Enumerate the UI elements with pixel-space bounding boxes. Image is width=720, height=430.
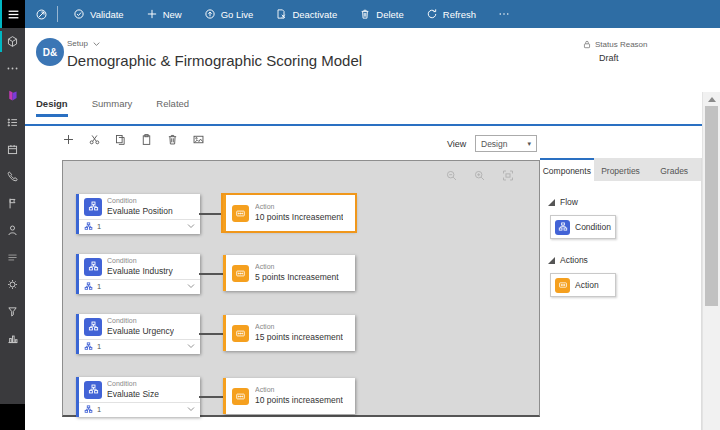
condition-icon: [555, 220, 570, 235]
condition-node-evaluate-urgency[interactable]: Condition Evaluate Urgency 1: [76, 314, 200, 354]
sidebar-item-phone[interactable]: [0, 163, 25, 190]
branch-icon: [84, 222, 93, 231]
sidebar-item-chart[interactable]: [0, 325, 25, 352]
cut-button[interactable]: [88, 133, 101, 146]
deactivate-button[interactable]: Deactivate: [264, 0, 348, 28]
canvas-zoom-controls: [445, 169, 515, 182]
form-selector-label: Setup: [67, 39, 88, 48]
tab-summary[interactable]: Summary: [92, 98, 133, 117]
go-live-label: Go Live: [221, 9, 254, 20]
branch-count: 1: [97, 222, 101, 231]
sidebar-item-sales-hub[interactable]: [0, 28, 25, 55]
sales-hub-icon: [6, 35, 19, 48]
branch-icon: [84, 342, 93, 351]
go-live-button[interactable]: Go Live: [193, 0, 265, 28]
page-title: Demographic & Firmographic Scoring Model: [67, 52, 362, 69]
sidebar-item-menu-lines[interactable]: [0, 244, 25, 271]
node-type-label: Action: [255, 386, 343, 395]
sidebar-item-list[interactable]: [0, 109, 25, 136]
validate-button[interactable]: Validate: [62, 0, 135, 28]
filter-icon: [6, 305, 19, 318]
zoom-out-icon[interactable]: [445, 169, 458, 182]
node-type-label: Condition: [107, 380, 159, 389]
condition-node-evaluate-industry[interactable]: Condition Evaluate Industry 1: [76, 254, 200, 294]
branch-count: 1: [97, 405, 101, 414]
action-node-10-points[interactable]: Action 10 points Increasement: [223, 195, 355, 231]
sidebar-item-filter[interactable]: [0, 298, 25, 325]
zoom-in-icon[interactable]: [473, 169, 486, 182]
app-sidebar: [0, 0, 25, 430]
header-divider: [25, 124, 702, 126]
sidebar-item-dynamics[interactable]: [0, 82, 25, 109]
design-canvas[interactable]: Condition Evaluate Position 1 Action 10 …: [62, 160, 540, 417]
scrollbar-thumb[interactable]: [705, 106, 718, 306]
component-condition-label: Condition: [575, 222, 611, 232]
delete-node-button[interactable]: [166, 133, 179, 146]
more-commands-button[interactable]: [487, 0, 521, 28]
node-name: 10 points Increasement: [255, 212, 343, 223]
node-connector: [199, 396, 223, 398]
delete-label: Delete: [376, 9, 403, 20]
sidebar-item-settings[interactable]: [0, 271, 25, 298]
action-node-10-points-size[interactable]: Action 10 points increasement: [223, 378, 355, 414]
component-action-label: Action: [575, 280, 599, 290]
node-name: 5 points Increasement: [255, 272, 339, 283]
dropdown-arrow-icon: ▾: [527, 140, 531, 148]
new-button[interactable]: New: [135, 0, 193, 28]
view-select-dropdown[interactable]: Design ▾: [475, 135, 537, 152]
vertical-scrollbar[interactable]: [702, 92, 720, 430]
gear-icon: [6, 278, 19, 291]
sidebar-item-person[interactable]: [0, 217, 25, 244]
snapshot-button[interactable]: [192, 133, 205, 146]
add-node-button[interactable]: [62, 133, 75, 146]
hamburger-menu-button[interactable]: [0, 0, 25, 28]
expand-chevron-icon[interactable]: [187, 223, 195, 229]
components-panel: Components Properties Grades Flow Condit…: [540, 158, 702, 430]
chart-icon: [6, 332, 19, 345]
component-condition[interactable]: Condition: [550, 215, 616, 239]
component-action[interactable]: Action: [550, 273, 616, 297]
expand-chevron-icon[interactable]: [187, 406, 195, 412]
sidebar-item-calendar[interactable]: [0, 136, 25, 163]
branch-count: 1: [97, 282, 101, 291]
sidebar-item-flag[interactable]: [0, 190, 25, 217]
section-flow[interactable]: Flow: [548, 197, 693, 207]
expand-chevron-icon[interactable]: [187, 343, 195, 349]
process-launcher-icon[interactable]: [25, 8, 57, 21]
condition-icon: [84, 198, 102, 216]
condition-node-evaluate-size[interactable]: Condition Evaluate Size 1: [76, 377, 200, 417]
action-node-5-points[interactable]: Action 5 points Increasement: [223, 255, 355, 291]
deactivate-label: Deactivate: [292, 9, 337, 20]
panel-tab-properties[interactable]: Properties: [594, 158, 648, 181]
action-node-15-points[interactable]: Action 15 points increasement: [223, 315, 355, 351]
condition-icon: [84, 258, 102, 276]
fit-to-canvas-icon[interactable]: [501, 169, 515, 182]
node-type-label: Action: [255, 203, 343, 212]
sidebar-item-more[interactable]: [0, 55, 25, 82]
expand-chevron-icon[interactable]: [187, 283, 195, 289]
node-name: Evaluate Position: [107, 206, 173, 217]
record-header: D& Setup Demographic & Firmographic Scor…: [25, 28, 720, 92]
section-actions[interactable]: Actions: [548, 255, 693, 265]
panel-tab-grades[interactable]: Grades: [647, 158, 701, 181]
refresh-button[interactable]: Refresh: [415, 0, 487, 28]
action-icon: [232, 388, 249, 405]
panel-tab-components[interactable]: Components: [540, 158, 594, 181]
lock-icon: [583, 40, 591, 49]
hamburger-icon: [7, 8, 20, 21]
record-avatar: D&: [36, 38, 64, 66]
form-tabs: Design Summary Related: [36, 98, 189, 117]
form-selector[interactable]: Setup: [67, 39, 100, 48]
tab-design[interactable]: Design: [36, 98, 68, 117]
paste-button[interactable]: [140, 133, 153, 146]
tab-related[interactable]: Related: [156, 98, 189, 117]
section-actions-title: Actions: [560, 255, 588, 265]
new-label: New: [163, 9, 182, 20]
branch-icon: [84, 405, 93, 414]
copy-button[interactable]: [114, 133, 127, 146]
phone-icon: [6, 170, 19, 183]
delete-button[interactable]: Delete: [348, 0, 414, 28]
condition-node-evaluate-position[interactable]: Condition Evaluate Position 1: [76, 194, 200, 234]
scroll-up-arrow-icon[interactable]: [708, 97, 716, 102]
flag-icon: [6, 197, 19, 210]
